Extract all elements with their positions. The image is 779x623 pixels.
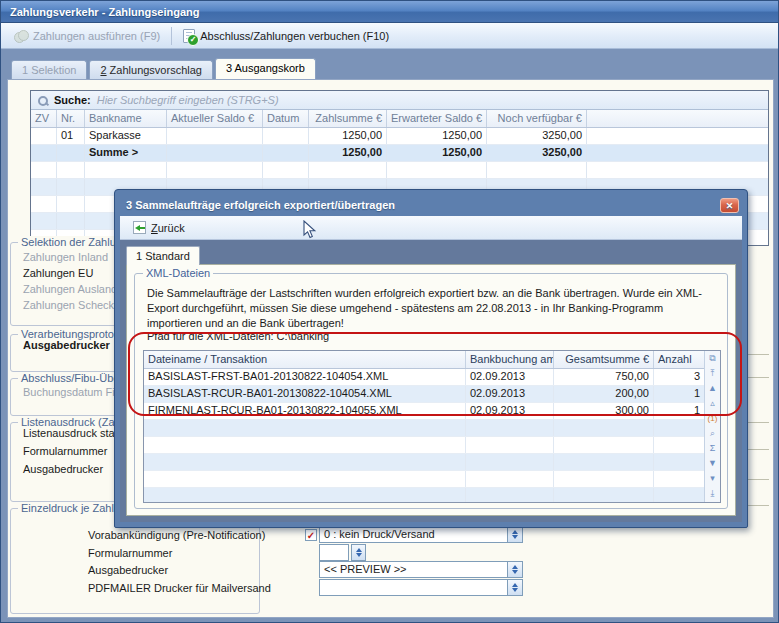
close-icon[interactable]: ✕ — [720, 198, 739, 213]
dropdown-spinner-icon[interactable] — [507, 580, 522, 595]
col-bankbuchung[interactable]: Bankbuchung am — [466, 351, 554, 368]
formularnummer-input[interactable] — [319, 544, 349, 561]
form-row-formularnummer: Formularnummer — [8, 544, 773, 561]
col-zv[interactable]: ZV — [31, 110, 57, 127]
page-indicator: (1) — [708, 411, 718, 426]
form-row-pdfmailer: PDFMAILER Drucker für Mailversand — [8, 579, 773, 596]
formularnummer-label: Formularnummer — [88, 547, 172, 559]
field-edge-line — [747, 377, 769, 378]
empty-row — [144, 420, 704, 437]
search-icon — [37, 95, 48, 106]
ausgabedrucker-dropdown[interactable]: << PREVIEW >> — [319, 561, 523, 578]
dialog-content: XML-Dateien Die Sammelaufträge der Lasts… — [126, 264, 736, 516]
col-gesamtsumme[interactable]: Gesamtsumme € — [554, 351, 654, 368]
dropdown-spinner-icon[interactable] — [507, 527, 522, 542]
grid-search-bar[interactable]: Suche: Hier Suchbegriff eingeben (STRG+S… — [31, 91, 768, 110]
pdfmailer-dropdown[interactable] — [319, 579, 523, 596]
field-edge-line — [747, 422, 769, 423]
tab-selektion: 1 Selektion — [11, 60, 87, 79]
window-titlebar: Zahlungsverkehr - Zahlungseingang — [1, 1, 778, 23]
field-edge-line — [747, 505, 769, 506]
group-legend: Verarbeitungsprotoko — [18, 328, 129, 340]
xml-files-fieldset: XML-Dateien Die Sammelaufträge der Lasts… — [134, 273, 728, 509]
payment-row[interactable]: 01 Sparkasse 1250,00 1250,00 3250,00 — [31, 128, 768, 145]
col-anzahl[interactable]: Anzahl — [654, 351, 704, 368]
scroll-up-small-icon[interactable]: ▵ — [710, 396, 715, 411]
col-noch-verfuegbar[interactable]: Noch verfügbar € — [487, 110, 587, 127]
table-side-toolbar: ⧉ ⤒ ▲ ▵ (1) ⌕ Σ ▼ ▾ ⤓ — [704, 351, 720, 502]
tab-zahlungsvorschlag[interactable]: 2 Zahlungsvorschlag — [89, 60, 213, 79]
col-nr[interactable]: Nr. — [57, 110, 85, 127]
form-row-prenotification: Vorabankündigung (Pre-Notification) ✓ 0 … — [8, 526, 773, 543]
window-title: Zahlungsverkehr - Zahlungseingang — [10, 6, 199, 18]
xml-path: Pfad für die XML-Dateien: C:\banking — [147, 330, 329, 342]
book-payments-label: Abschluss/Zahlungen verbuchen (F10) — [200, 30, 389, 42]
main-toolbar: Zahlungen ausführen (F9) Abschluss/Zahlu… — [1, 23, 778, 49]
prenotification-dropdown[interactable]: 0 : kein Druck/Versand — [319, 526, 523, 543]
copy-icon[interactable]: ⧉ — [709, 351, 715, 366]
file-row[interactable]: BASISLAST-RCUR-BA01-20130822-104054.XML … — [144, 386, 704, 403]
dialog-tab-standard[interactable]: 1 Standard — [126, 246, 200, 265]
files-table: Dateiname / Transaktion Bankbuchung am G… — [143, 350, 721, 503]
book-payments-button[interactable]: Abschluss/Zahlungen verbuchen (F10) — [176, 27, 396, 45]
empty-row — [144, 488, 704, 503]
export-message: Die Sammelaufträge der Lastschriften wur… — [147, 286, 719, 331]
execute-payments-label: Zahlungen ausführen (F9) — [33, 30, 160, 42]
filter-icon[interactable]: ▼ — [708, 456, 717, 471]
pdfmailer-label: PDFMAILER Drucker für Mailversand — [88, 582, 271, 594]
dialog-toolbar: Zurück — [120, 216, 742, 240]
dialog-title: 3 Sammelaufträge erfolgreich exportiert/… — [126, 199, 395, 211]
sum-row: Summe > 1250,00 1250,00 3250,00 — [31, 145, 768, 162]
search-placeholder: Hier Suchbegriff eingeben (STRG+S) — [97, 94, 279, 106]
file-row[interactable]: FIRMENLAST-RCUR-BA01-20130822-104055.XML… — [144, 403, 704, 420]
ausgabedrucker-label: Ausgabedrucker — [88, 564, 168, 576]
coins-icon — [14, 30, 28, 42]
empty-row — [144, 471, 704, 488]
field-edge-line — [747, 354, 769, 355]
back-button[interactable]: Zurück — [127, 220, 191, 235]
fieldset-legend: XML-Dateien — [143, 267, 213, 279]
col-aktueller-saldo[interactable]: Aktueller Saldo € — [167, 110, 263, 127]
prenotification-label: Vorabankündigung (Pre-Notification) — [88, 529, 265, 541]
scroll-bottom-icon[interactable]: ⤓ — [711, 486, 715, 501]
formularnummer-spinner-icon[interactable] — [351, 544, 366, 561]
col-datum[interactable]: Datum — [263, 110, 309, 127]
col-erwarteter-saldo[interactable]: Erwarteter Saldo € — [387, 110, 487, 127]
files-table-header: Dateiname / Transaktion Bankbuchung am G… — [144, 351, 704, 369]
toolbar-separator — [171, 27, 172, 45]
search-icon[interactable]: ⌕ — [710, 426, 715, 441]
search-label: Suche: — [54, 94, 91, 106]
empty-row — [31, 162, 768, 179]
scroll-down-icon[interactable]: ▾ — [710, 471, 715, 486]
main-tabstrip: 1 Selektion 2 Zahlungsvorschlag 3 Ausgan… — [11, 58, 318, 79]
group-legend: Einzeldruck je Zahlun — [18, 502, 129, 514]
back-label: Zurück — [151, 222, 185, 234]
dialog-titlebar[interactable]: 3 Sammelaufträge erfolgreich exportiert/… — [120, 195, 742, 216]
dropdown-spinner-icon[interactable] — [507, 562, 522, 577]
payments-grid-header: ZV Nr. Bankname Aktueller Saldo € Datum … — [31, 110, 768, 128]
export-result-dialog: 3 Sammelaufträge erfolgreich exportiert/… — [114, 189, 748, 528]
tab-ausgangskorb[interactable]: 3 Ausgangskorb — [215, 58, 316, 79]
form-row-ausgabedrucker: Ausgabedrucker << PREVIEW >> — [8, 561, 773, 578]
scroll-top-icon[interactable]: ⤒ — [711, 366, 715, 381]
field-edge-line — [747, 479, 769, 480]
field-edge-line — [747, 449, 769, 450]
col-bankname[interactable]: Bankname — [85, 110, 167, 127]
sum-icon[interactable]: Σ — [710, 441, 716, 456]
empty-row — [144, 437, 704, 454]
col-dateiname[interactable]: Dateiname / Transaktion — [144, 351, 466, 368]
app-window: Zahlungsverkehr - Zahlungseingang Zahlun… — [0, 0, 779, 623]
execute-payments-button: Zahlungen ausführen (F9) — [7, 28, 167, 44]
prenotification-checkbox[interactable]: ✓ — [305, 529, 317, 541]
back-arrow-icon — [133, 221, 146, 234]
document-check-icon — [183, 29, 195, 43]
col-filler — [587, 110, 768, 127]
empty-row — [144, 454, 704, 471]
dialog-body: 1 Standard XML-Dateien Die Sammelaufträg… — [120, 240, 742, 522]
scroll-up-icon[interactable]: ▲ — [708, 381, 717, 396]
col-zahlsumme[interactable]: Zahlsumme € — [309, 110, 387, 127]
file-row[interactable]: BASISLAST-FRST-BA01-20130822-104054.XML … — [144, 369, 704, 386]
